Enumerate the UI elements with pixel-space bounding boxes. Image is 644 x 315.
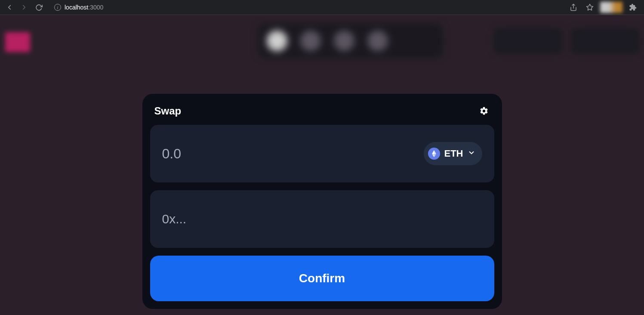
app-logo[interactable] xyxy=(5,32,30,52)
ethereum-icon xyxy=(428,148,440,160)
bookmark-button[interactable] xyxy=(584,1,596,13)
back-button[interactable] xyxy=(3,1,15,13)
gear-icon xyxy=(479,106,489,116)
token-symbol: ETH xyxy=(444,148,463,159)
amount-panel: ETH xyxy=(150,125,494,182)
forward-button[interactable] xyxy=(18,1,30,13)
token-selector[interactable]: ETH xyxy=(424,142,482,165)
amount-input[interactable] xyxy=(162,146,354,162)
site-info-icon[interactable]: i xyxy=(54,4,61,11)
svg-marker-1 xyxy=(587,4,593,10)
profile-avatar[interactable] xyxy=(600,2,622,13)
top-nav xyxy=(258,24,443,58)
swap-title: Swap xyxy=(154,105,182,117)
confirm-button[interactable]: Confirm xyxy=(150,256,494,301)
browser-toolbar: i localhost:3000 xyxy=(0,0,644,15)
page-content: Swap ETH Confirm xyxy=(0,15,644,315)
address-panel xyxy=(150,190,494,248)
top-right-controls xyxy=(493,28,640,54)
address-input[interactable] xyxy=(162,212,482,226)
address-bar[interactable]: i localhost:3000 xyxy=(50,1,562,13)
settings-button[interactable] xyxy=(478,105,490,117)
extensions-button[interactable] xyxy=(627,1,639,13)
reload-button[interactable] xyxy=(33,1,45,13)
url-text: localhost:3000 xyxy=(65,4,103,11)
chevron-down-icon xyxy=(468,149,475,158)
swap-card: Swap ETH Confirm xyxy=(142,94,502,309)
share-button[interactable] xyxy=(567,1,579,13)
